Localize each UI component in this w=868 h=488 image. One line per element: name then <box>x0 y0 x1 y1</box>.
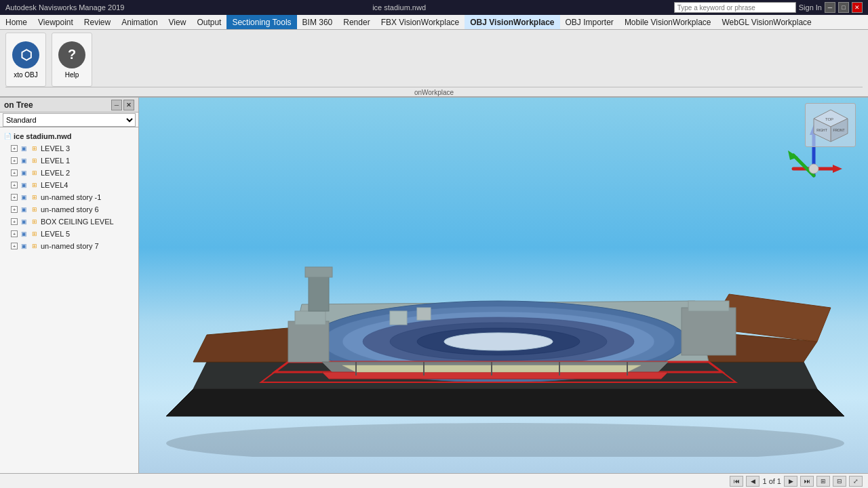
ribbon-group-label: onWorkplace <box>5 87 863 96</box>
tree-item-root[interactable]: 📄ice stadium.nwd <box>0 130 138 142</box>
tree-icon-level5-a: ▣ <box>19 229 28 239</box>
tree-expand-level2[interactable]: + <box>11 169 18 176</box>
tree-icon-unnamed-m1-b: ⊞ <box>30 192 39 202</box>
tree-item-unnamed-6[interactable]: +▣⊞un-named story 6 <box>0 203 138 216</box>
menu-item-mobile-visionworkplace[interactable]: Mobile VisionWorkplace <box>619 15 717 29</box>
menu-item-home[interactable]: Home <box>0 15 33 29</box>
tree-label-level3: LEVEL 3 <box>41 144 70 152</box>
tree-icon-unnamed-m1-a: ▣ <box>19 192 28 202</box>
ribbon-buttons-row: ⬡ xto OBJ ? Help <box>5 33 863 87</box>
selection-tree-panel: on Tree ─ ✕ Standard Compact Properties … <box>0 98 139 473</box>
tree-item-unnamed-7[interactable]: +▣⊞un-named story 7 <box>0 240 138 252</box>
tree-label-unnamed-6: un-named story 6 <box>41 205 99 214</box>
svg-rect-22 <box>688 301 729 311</box>
tree-icon-level2-b: ⊞ <box>30 168 39 178</box>
tree-expand-unnamed-7[interactable]: + <box>11 243 18 249</box>
nav-next-button[interactable]: ▶ <box>784 476 797 487</box>
tree-item-level4[interactable]: +▣⊞LEVEL4 <box>0 179 138 191</box>
tree-icon-level3-b: ⊞ <box>30 144 39 153</box>
minimize-button[interactable]: ─ <box>825 2 835 13</box>
nav-first-button[interactable]: ⏮ <box>730 476 743 487</box>
tree-label-box-ceiling: BOX CEILING LEVEL <box>41 218 114 226</box>
tree-icon-unnamed-6-b: ⊞ <box>30 205 39 214</box>
tree-expand-level1[interactable]: + <box>11 157 18 164</box>
ribbon-btn-export-obj[interactable]: ⬡ xto OBJ <box>5 33 46 87</box>
page-info: 1 of 1 <box>762 477 781 485</box>
global-search-input[interactable] <box>674 2 796 13</box>
tree-item-unnamed-m1[interactable]: +▣⊞un-named story -1 <box>0 191 138 203</box>
tree-view-dropdown[interactable]: Standard Compact Properties <box>3 113 136 127</box>
svg-rect-21 <box>682 308 736 355</box>
svg-point-39 <box>809 164 818 174</box>
svg-marker-36 <box>833 165 842 173</box>
menu-item-fbx-visionworkplace[interactable]: FBX VisionWorkplace <box>376 15 465 29</box>
fullscreen-button[interactable]: ⤢ <box>849 476 863 487</box>
ribbon: ⬡ xto OBJ ? Help onWorkplace <box>0 30 868 98</box>
panel-dropdown-row: Standard Compact Properties <box>0 113 138 127</box>
navigation-cube[interactable]: TOP FRONT RIGHT <box>805 103 856 147</box>
menu-item-bim360[interactable]: BIM 360 <box>297 15 338 29</box>
menu-item-render[interactable]: Render <box>338 15 375 29</box>
menu-item-review[interactable]: Review <box>79 15 116 29</box>
zoom-fit-button[interactable]: ⊞ <box>816 476 830 487</box>
svg-text:RIGHT: RIGHT <box>816 128 827 132</box>
tree-icon-unnamed-7-a: ▣ <box>19 241 28 251</box>
svg-marker-26 <box>322 372 668 379</box>
maximize-button[interactable]: □ <box>838 2 849 13</box>
tree-expand-unnamed-m1[interactable]: + <box>11 194 18 201</box>
tree-item-box-ceiling[interactable]: +▣⊞BOX CEILING LEVEL <box>0 216 138 228</box>
tree-icon-box-ceiling-a: ▣ <box>19 217 28 226</box>
tree-icon-level4-b: ⊞ <box>30 180 39 190</box>
menu-item-output[interactable]: Output <box>191 15 226 29</box>
tree-expand-box-ceiling[interactable]: + <box>11 218 18 225</box>
svg-rect-19 <box>309 274 329 311</box>
tree-label-level4: LEVEL4 <box>41 181 68 189</box>
tree-item-level2[interactable]: +▣⊞LEVEL 2 <box>0 167 138 179</box>
panel-close-button[interactable]: ✕ <box>123 100 134 110</box>
tree-item-level3[interactable]: +▣⊞LEVEL 3 <box>0 142 138 155</box>
svg-point-0 <box>166 423 844 457</box>
tree-icon-unnamed-6-a: ▣ <box>19 205 28 214</box>
tree-icon-level3-a: ▣ <box>19 144 28 153</box>
svg-text:TOP: TOP <box>825 117 833 121</box>
tree-item-level5[interactable]: +▣⊞LEVEL 5 <box>0 228 138 240</box>
nav-prev-button[interactable]: ◀ <box>746 476 760 487</box>
tree-icon-box-ceiling-b: ⊞ <box>30 217 39 226</box>
tree-expand-level3[interactable]: + <box>11 145 18 152</box>
tree-label-level2: LEVEL 2 <box>41 169 70 177</box>
tree-label-level1: LEVEL 1 <box>41 157 70 165</box>
close-button[interactable]: ✕ <box>852 2 863 13</box>
tree-expand-level5[interactable]: + <box>11 230 18 237</box>
menu-item-sectioning-tools[interactable]: Sectioning Tools <box>226 15 296 29</box>
menu-item-animation[interactable]: Animation <box>116 15 163 29</box>
menu-item-obj-importer[interactable]: OBJ Importer <box>560 15 619 29</box>
panel-title-bar: on Tree ─ ✕ <box>0 98 138 113</box>
tree-expand-unnamed-6[interactable]: + <box>11 206 18 213</box>
tree-icon-level5-b: ⊞ <box>30 229 39 239</box>
nav-last-button[interactable]: ⏭ <box>800 476 814 487</box>
tree-item-level1[interactable]: +▣⊞LEVEL 1 <box>0 155 138 167</box>
svg-rect-18 <box>295 311 326 325</box>
tree-icon-file: 📄 <box>3 131 12 141</box>
panel-title: on Tree <box>4 100 33 110</box>
ribbon-btn-export-obj-label: xto OBJ <box>14 71 38 79</box>
menu-item-view[interactable]: View <box>163 15 192 29</box>
main-content: on Tree ─ ✕ Standard Compact Properties … <box>0 98 868 473</box>
title-app-name: Autodesk Navisworks Manage 2019 <box>5 3 124 12</box>
sign-in-button[interactable]: Sign In <box>799 3 822 12</box>
panel-minimize-button[interactable]: ─ <box>111 100 122 110</box>
3d-viewport[interactable]: TOP FRONT RIGHT <box>139 98 868 473</box>
svg-rect-17 <box>288 321 329 362</box>
tree-expand-level4[interactable]: + <box>11 182 18 188</box>
grid-button[interactable]: ⊟ <box>833 476 846 487</box>
svg-rect-20 <box>305 267 332 277</box>
menu-item-obj-visionworkplace[interactable]: OBJ VisionWorkplace <box>465 15 559 29</box>
svg-rect-24 <box>417 308 431 320</box>
export-obj-icon: ⬡ <box>20 47 32 63</box>
menu-item-viewpoint[interactable]: Viewpoint <box>33 15 79 29</box>
menu-item-webgl-visionworkplace[interactable]: WebGL VisionWorkplace <box>717 15 817 29</box>
tree-icon-level2-a: ▣ <box>19 168 28 178</box>
ribbon-btn-help[interactable]: ? Help <box>52 33 92 87</box>
title-file-name: ice stadium.nwd <box>372 3 426 12</box>
stadium-model <box>153 131 858 457</box>
